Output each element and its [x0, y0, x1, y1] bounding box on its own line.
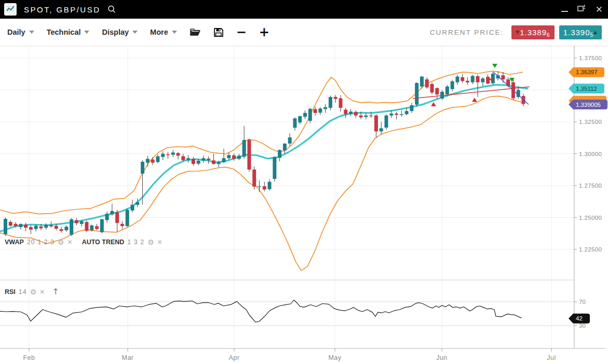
current-price-area: CURRENT PRICE: ▼ 1.3389 6 1.3390 5 ▲ [430, 19, 602, 46]
popout-button[interactable] [577, 4, 586, 15]
candle[interactable] [115, 210, 119, 232]
candle[interactable] [308, 108, 312, 123]
candle[interactable] [9, 220, 12, 226]
candle[interactable] [354, 110, 358, 118]
timeframe-dropdown[interactable]: Daily [7, 28, 34, 36]
candle[interactable] [207, 156, 210, 164]
search-icon[interactable] [107, 5, 116, 14]
candle[interactable] [177, 152, 180, 160]
candle[interactable] [186, 155, 190, 163]
zoom-out-button[interactable]: − [236, 26, 247, 38]
candle[interactable] [252, 166, 256, 189]
candle[interactable] [415, 82, 418, 107]
candle[interactable] [461, 74, 464, 83]
candle[interactable] [455, 75, 459, 85]
candle[interactable] [120, 221, 124, 229]
candle[interactable] [263, 182, 266, 191]
candle[interactable] [19, 223, 22, 230]
candle[interactable] [318, 107, 322, 115]
candle[interactable] [334, 95, 337, 103]
candle[interactable] [171, 150, 175, 157]
candle[interactable] [481, 77, 484, 86]
zoom-in-button[interactable]: + [259, 26, 269, 38]
candle[interactable] [24, 222, 28, 231]
price-chart-canvas[interactable]: 1.375001.350001.325001.300001.275001.250… [0, 46, 608, 364]
candle[interactable] [374, 114, 378, 138]
more-dropdown[interactable]: More [150, 28, 177, 36]
candle[interactable] [288, 133, 292, 146]
candle[interactable] [303, 110, 307, 119]
candle[interactable] [471, 75, 475, 84]
open-folder-icon[interactable] [190, 27, 201, 37]
candle[interactable] [75, 218, 78, 226]
vwap-settings-gear-icon[interactable]: ⚙ [58, 239, 64, 246]
candle[interactable] [400, 110, 403, 117]
candle[interactable] [380, 122, 383, 135]
close-icon[interactable]: ✕ [596, 5, 603, 14]
candle[interactable] [283, 143, 287, 154]
candle[interactable] [278, 149, 281, 161]
vwap-remove-icon[interactable]: ✕ [67, 239, 73, 245]
candle[interactable] [166, 152, 170, 159]
candle[interactable] [410, 103, 413, 113]
technical-dropdown[interactable]: Technical [47, 28, 90, 36]
candle[interactable] [242, 126, 246, 159]
candle-body [44, 225, 48, 228]
candle[interactable] [298, 116, 302, 124]
candle[interactable] [268, 179, 272, 191]
ask-price-box[interactable]: 1.3390 5 ▲ [559, 25, 602, 39]
candle[interactable] [486, 75, 490, 84]
candle[interactable] [466, 77, 469, 85]
candle[interactable] [476, 75, 480, 97]
auto-trend-settings-gear-icon[interactable]: ⚙ [147, 239, 154, 246]
candle[interactable] [273, 156, 276, 181]
candle[interactable] [85, 221, 88, 232]
candle[interactable] [258, 180, 261, 192]
candle[interactable] [60, 227, 63, 233]
candle[interactable] [29, 225, 33, 234]
candle[interactable] [451, 80, 454, 91]
candle[interactable] [126, 208, 129, 227]
candle[interactable] [4, 218, 7, 236]
candle[interactable] [100, 219, 104, 233]
rsi-settings-gear-icon[interactable]: ⚙ [30, 288, 37, 296]
candle[interactable] [161, 151, 165, 160]
candle[interactable] [131, 200, 134, 213]
candle[interactable] [151, 157, 155, 165]
rsi-move-up-icon[interactable]: ↑ [52, 287, 59, 297]
candle[interactable] [329, 96, 332, 110]
candle[interactable] [385, 114, 388, 130]
candle[interactable] [64, 225, 68, 232]
candle[interactable] [364, 113, 368, 119]
bid-price-box[interactable]: ▼ 1.3389 6 [511, 25, 554, 39]
candle[interactable] [430, 82, 434, 94]
candle[interactable] [156, 155, 159, 163]
candle[interactable] [339, 95, 342, 111]
save-icon[interactable] [213, 27, 224, 37]
candle[interactable] [349, 109, 353, 116]
candle[interactable] [247, 138, 251, 172]
candle[interactable] [212, 154, 215, 165]
candle[interactable] [425, 77, 429, 89]
auto-trend-remove-icon[interactable]: ✕ [157, 239, 163, 245]
candle[interactable] [95, 224, 99, 230]
candle[interactable] [293, 117, 296, 131]
minimize-button[interactable] [561, 11, 568, 12]
candle[interactable] [110, 204, 114, 216]
candle[interactable] [201, 156, 205, 163]
candle-body [395, 114, 398, 115]
display-dropdown[interactable]: Display [102, 28, 138, 36]
candle[interactable] [146, 156, 150, 166]
candle[interactable] [237, 154, 241, 160]
rsi-remove-icon[interactable]: ✕ [39, 289, 45, 295]
candle[interactable] [44, 223, 48, 230]
candle[interactable] [344, 108, 347, 118]
candle[interactable] [105, 212, 109, 222]
candle[interactable] [70, 218, 73, 236]
candle[interactable] [222, 149, 226, 163]
candle[interactable] [323, 104, 327, 113]
candle[interactable] [435, 88, 439, 99]
candle[interactable] [395, 111, 398, 119]
bid-price-pip: 6 [547, 32, 550, 38]
buy-signal-triangle-icon [431, 102, 436, 106]
